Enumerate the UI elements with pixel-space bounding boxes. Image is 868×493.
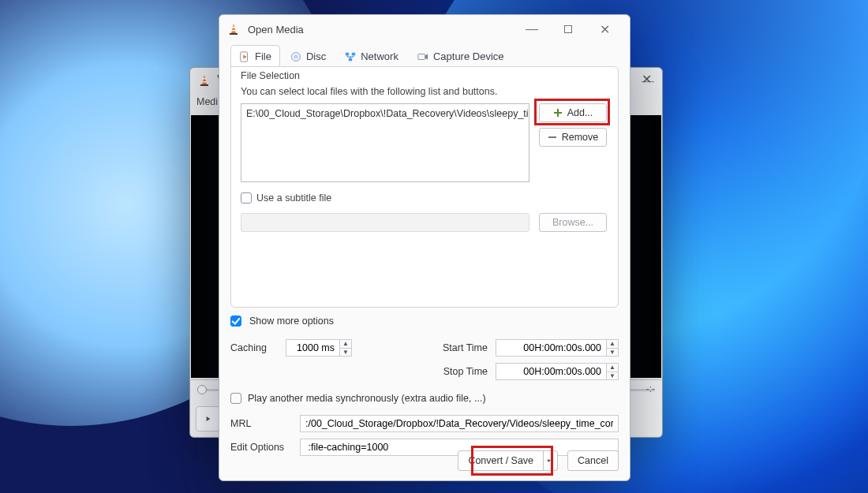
vlc-cone-icon bbox=[198, 74, 211, 87]
svg-rect-2 bbox=[202, 81, 208, 83]
svg-rect-15 bbox=[349, 58, 352, 61]
svg-rect-13 bbox=[346, 52, 349, 55]
tab-body: File Selection You can select local file… bbox=[230, 66, 619, 308]
mrl-input[interactable] bbox=[300, 415, 619, 432]
svg-marker-10 bbox=[243, 54, 246, 58]
svg-rect-3 bbox=[200, 84, 208, 86]
maximize-button[interactable] bbox=[551, 18, 586, 40]
caching-label: Caching bbox=[230, 342, 278, 353]
chevron-down-icon[interactable]: ▼ bbox=[607, 349, 618, 357]
svg-rect-6 bbox=[232, 27, 236, 28]
svg-rect-16 bbox=[418, 54, 425, 59]
play-sync-label: Play another media synchronously (extra … bbox=[248, 393, 486, 404]
chevron-up-icon[interactable]: ▲ bbox=[340, 340, 351, 349]
show-more-checkbox[interactable] bbox=[230, 316, 241, 327]
start-time-input[interactable] bbox=[496, 339, 606, 357]
file-list[interactable]: E:\00_Cloud_Storage\Dropbox\!Data_Recove… bbox=[241, 103, 529, 182]
svg-rect-14 bbox=[352, 52, 355, 55]
dialog-title: Open Media bbox=[248, 24, 304, 35]
network-icon bbox=[345, 51, 356, 62]
disc-icon bbox=[290, 51, 301, 62]
tab-disc[interactable]: Disc bbox=[282, 45, 335, 67]
cancel-label: Cancel bbox=[578, 455, 608, 466]
stop-time-spinner[interactable]: ▲▼ bbox=[496, 363, 619, 380]
minimize-button[interactable]: — bbox=[514, 18, 549, 40]
maximize-icon bbox=[564, 25, 572, 33]
capture-icon bbox=[417, 51, 428, 62]
tab-file-label: File bbox=[255, 50, 271, 62]
vlc-cone-icon bbox=[227, 23, 240, 35]
svg-marker-0 bbox=[202, 75, 207, 84]
svg-rect-8 bbox=[230, 33, 238, 35]
cancel-button[interactable]: Cancel bbox=[567, 450, 619, 471]
selected-file-path: E:\00_Cloud_Storage\Dropbox\!Data_Recove… bbox=[246, 108, 529, 119]
chevron-down-icon[interactable]: ▼ bbox=[607, 372, 618, 380]
chevron-up-icon[interactable]: ▲ bbox=[607, 364, 618, 372]
subtitle-checkbox[interactable] bbox=[241, 192, 252, 204]
caching-input[interactable] bbox=[286, 339, 339, 357]
start-time-label: Start Time bbox=[431, 342, 488, 353]
start-time-spinner[interactable]: ▲▼ bbox=[496, 339, 619, 357]
options-area: Show more options Caching ▲▼ Start Time … bbox=[230, 316, 619, 456]
mrl-label: MRL bbox=[230, 418, 292, 429]
show-more-label: Show more options bbox=[249, 316, 334, 327]
caching-spinner[interactable]: ▲▼ bbox=[286, 339, 352, 357]
minus-icon bbox=[548, 133, 557, 142]
svg-point-12 bbox=[295, 55, 297, 58]
stop-time-label: Stop Time bbox=[431, 366, 488, 377]
svg-rect-7 bbox=[231, 30, 237, 32]
group-title: File Selection bbox=[241, 70, 300, 81]
remove-button-label: Remove bbox=[562, 132, 599, 143]
seek-time: -:- bbox=[646, 383, 655, 394]
svg-marker-4 bbox=[207, 416, 211, 421]
browse-button: Browse... bbox=[539, 213, 607, 232]
remove-button[interactable]: Remove bbox=[539, 128, 607, 147]
close-button[interactable]: ✕ bbox=[587, 18, 622, 40]
subtitle-checkbox-label: Use a subtitle file bbox=[256, 192, 331, 204]
annotation-highlight-add bbox=[534, 99, 610, 125]
tab-file[interactable]: File bbox=[230, 45, 280, 67]
chevron-down-icon[interactable]: ▼ bbox=[340, 349, 351, 357]
subtitle-path-field bbox=[241, 213, 529, 232]
tab-disc-label: Disc bbox=[306, 50, 326, 62]
play-icon bbox=[206, 414, 211, 424]
svg-marker-17 bbox=[425, 54, 428, 59]
tab-capture-label: Capture Device bbox=[433, 50, 504, 62]
group-desc: You can select local files with the foll… bbox=[241, 86, 497, 97]
play-button[interactable] bbox=[196, 406, 221, 431]
browse-button-label: Browse... bbox=[552, 217, 593, 228]
open-media-dialog: Open Media — ✕ File Disc bbox=[219, 14, 630, 481]
vlc-menu-fragment[interactable]: Medi bbox=[196, 96, 218, 107]
vlc-close-button[interactable]: ✕ bbox=[630, 67, 663, 91]
tab-capture[interactable]: Capture Device bbox=[409, 45, 513, 67]
svg-marker-5 bbox=[231, 24, 236, 33]
stop-time-input[interactable] bbox=[496, 363, 606, 380]
tab-network[interactable]: Network bbox=[336, 45, 407, 67]
svg-rect-1 bbox=[203, 78, 207, 80]
play-sync-checkbox[interactable] bbox=[230, 393, 241, 404]
tab-network-label: Network bbox=[361, 50, 398, 62]
file-play-icon bbox=[239, 51, 250, 62]
annotation-highlight-convert bbox=[471, 446, 553, 476]
chevron-up-icon[interactable]: ▲ bbox=[607, 340, 618, 349]
